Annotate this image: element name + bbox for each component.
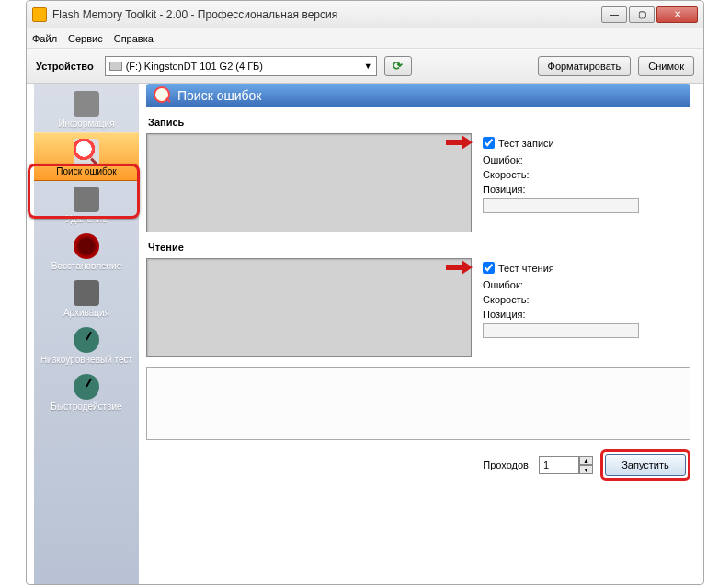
write-section-title: Запись — [148, 117, 690, 128]
menu-service[interactable]: Сервис — [68, 33, 103, 44]
info-icon — [74, 91, 99, 117]
sidebar-item-label: Быстродействие — [51, 401, 121, 412]
device-select[interactable]: (F:) KingstonDT 101 G2 (4 ГБ) ▼ — [105, 56, 377, 76]
speed-label: Скорость: — [483, 294, 690, 305]
write-progress — [483, 198, 639, 213]
position-label: Позиция: — [483, 309, 690, 320]
sidebar-item-label: Поиск ошибок — [56, 166, 116, 176]
titlebar: Flash Memory Toolkit - 2.00 - Профессион… — [27, 1, 703, 28]
passes-input[interactable] — [539, 456, 579, 474]
run-button[interactable]: Запустить — [605, 454, 686, 476]
chevron-down-icon: ▼ — [364, 62, 372, 71]
write-test-label: Тест записи — [498, 138, 554, 149]
log-box — [146, 367, 690, 440]
sidebar-item-label: Восстановление — [51, 261, 122, 271]
run-button-highlight: Запустить — [600, 449, 690, 481]
recover-icon — [74, 233, 99, 259]
menu-help[interactable]: Справка — [114, 33, 154, 44]
passes-label: Проходов: — [483, 459, 531, 470]
sidebar: Информация Поиск ошибок Удаление Восстан… — [34, 84, 139, 584]
snapshot-button[interactable]: Снимок — [638, 56, 694, 76]
read-test-checkbox[interactable] — [483, 262, 495, 274]
magnifier-icon — [154, 86, 172, 105]
write-test-info: Тест записи Ошибок: Скорость: Позиция: — [479, 133, 690, 232]
minimize-button[interactable]: — — [601, 6, 627, 23]
sidebar-item-recover[interactable]: Восстановление — [34, 228, 139, 275]
window-title: Flash Memory Toolkit - 2.00 - Профессион… — [52, 8, 601, 21]
magnifier-icon — [74, 139, 99, 164]
format-button[interactable]: Форматировать — [538, 56, 632, 76]
read-section-title: Чтение — [148, 242, 690, 253]
panel-title: Поиск ошибок — [177, 88, 261, 103]
sidebar-item-label: Информация — [58, 119, 114, 129]
write-test-checkbox[interactable] — [483, 137, 495, 149]
sidebar-item-label: Низкоуровневый тест — [40, 355, 132, 365]
read-progress — [483, 323, 639, 338]
sidebar-item-backup[interactable]: Архивация — [34, 275, 139, 322]
gauge-icon — [74, 327, 99, 353]
panel-header: Поиск ошибок — [146, 84, 690, 107]
read-test-label: Тест чтения — [498, 263, 554, 274]
main-panel: Поиск ошибок Запись Тест записи Ошибок: … — [139, 84, 703, 584]
app-icon — [32, 7, 47, 22]
read-test-canvas — [146, 258, 472, 357]
gauge-icon — [74, 374, 99, 400]
menu-file[interactable]: Файл — [32, 33, 57, 44]
position-label: Позиция: — [483, 184, 690, 195]
spinner-up[interactable]: ▲ — [579, 456, 593, 465]
delete-icon — [74, 187, 99, 212]
write-test-canvas — [146, 133, 472, 232]
sidebar-item-lowlevel[interactable]: Низкоуровневый тест — [34, 322, 139, 368]
sidebar-item-label: Архивация — [63, 308, 109, 318]
errors-label: Ошибок: — [483, 154, 690, 165]
errors-label: Ошибок: — [483, 279, 690, 290]
spinner-down[interactable]: ▼ — [579, 465, 593, 474]
device-selected-text: (F:) KingstonDT 101 G2 (4 ГБ) — [126, 61, 263, 72]
menubar: Файл Сервис Справка — [27, 28, 703, 49]
drive-icon — [109, 62, 122, 71]
toolbar: Устройство (F:) KingstonDT 101 G2 (4 ГБ)… — [27, 49, 703, 84]
sidebar-item-information[interactable]: Информация — [34, 85, 139, 132]
sidebar-item-delete[interactable]: Удаление — [34, 181, 139, 228]
device-label: Устройство — [36, 61, 94, 72]
close-button[interactable]: ✕ — [656, 6, 698, 23]
sidebar-item-benchmark[interactable]: Быстродействие — [34, 368, 139, 415]
speed-label: Скорость: — [483, 169, 690, 180]
read-test-info: Тест чтения Ошибок: Скорость: Позиция: — [479, 258, 690, 357]
sidebar-item-label: Удаление — [65, 214, 107, 224]
passes-spinner[interactable]: ▲ ▼ — [539, 456, 593, 474]
refresh-button[interactable]: ⟳ — [384, 56, 412, 76]
backup-icon — [74, 280, 99, 306]
maximize-button[interactable]: ▢ — [629, 6, 655, 23]
sidebar-item-error-scan[interactable]: Поиск ошибок — [34, 132, 139, 181]
